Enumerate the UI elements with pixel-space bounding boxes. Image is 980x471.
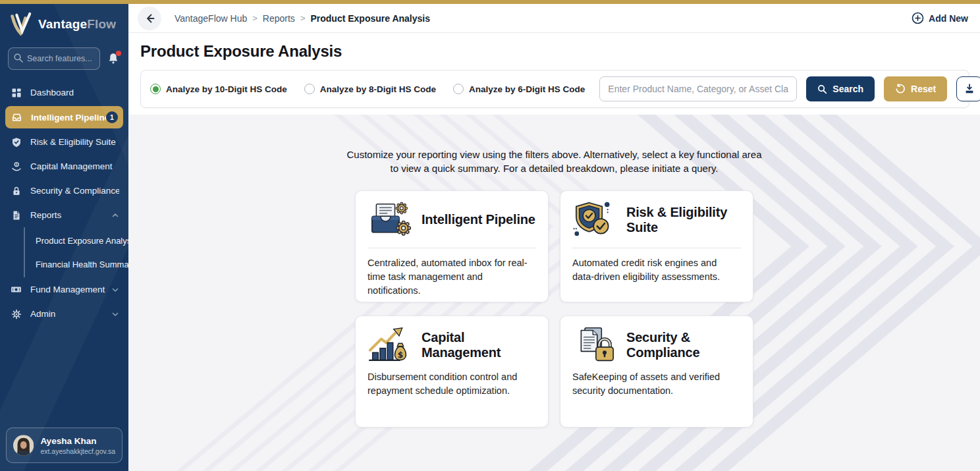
user-email: ext.ayeshakkjtecf.gov.sa bbox=[40, 447, 115, 455]
chevron-down-icon bbox=[111, 310, 119, 318]
product-query-input[interactable] bbox=[599, 76, 797, 101]
sidebar-subitem-product-exposure-analysis[interactable]: Product Exposure Analysis bbox=[25, 229, 128, 252]
summary-cards: Intelligent Pipeline Centralized, automa… bbox=[128, 190, 980, 428]
card-description: SafeKeeping of assets and verified secur… bbox=[572, 370, 741, 398]
search-icon bbox=[817, 84, 827, 94]
card-title: Intelligent Pipeline bbox=[422, 212, 535, 227]
document-padlock-icon bbox=[572, 325, 617, 365]
divider bbox=[368, 248, 536, 248]
inbox-icon bbox=[11, 112, 22, 123]
inbox-gears-icon bbox=[368, 200, 412, 240]
user-profile-card[interactable]: Ayesha Khan ext.ayeshakkjtecf.gov.sa bbox=[6, 428, 122, 463]
card-risk-eligibility-suite[interactable]: Risk & Eligibility Suite Automated credi… bbox=[560, 190, 753, 302]
avatar bbox=[13, 433, 34, 457]
card-description: Centralized, automated inbox for real-ti… bbox=[368, 256, 536, 298]
radio-8-digit[interactable]: Analyze by 8-Digit HS Code bbox=[304, 84, 436, 94]
notification-dot bbox=[116, 51, 121, 56]
shield-check-icon bbox=[11, 136, 22, 148]
sidebar-item-dashboard[interactable]: Dashboard bbox=[0, 80, 128, 105]
breadcrumb: VantageFlow Hub > Reports > Product Expo… bbox=[175, 13, 430, 24]
brand-logo[interactable]: VantageFlow bbox=[0, 4, 128, 43]
card-description: Automated credit risk engines and data-d… bbox=[572, 256, 741, 284]
sidebar-item-fund-management[interactable]: Fund Management bbox=[0, 277, 128, 302]
notifications-bell[interactable] bbox=[106, 51, 121, 66]
svg-text:$: $ bbox=[398, 350, 403, 360]
top-header: VantageFlow Hub > Reports > Product Expo… bbox=[128, 4, 980, 33]
undo-icon bbox=[895, 84, 906, 94]
chevron-up-icon bbox=[111, 211, 119, 219]
sidebar-item-intelligent-pipeline[interactable]: Intelligent Pipeline 1 bbox=[5, 106, 123, 128]
radio-icon bbox=[150, 84, 161, 94]
search-button[interactable]: Search bbox=[806, 76, 875, 101]
hs-code-radio-group: Analyze by 10-Digit HS Code Analyze by 8… bbox=[150, 84, 585, 94]
add-new-button[interactable]: Add New bbox=[912, 12, 968, 24]
growth-chart-moneybag-icon: $ bbox=[368, 325, 412, 365]
content-area: Customize your reporting view using the … bbox=[128, 115, 980, 471]
download-icon bbox=[964, 83, 975, 95]
card-title: Risk & Eligibility Suite bbox=[626, 205, 741, 235]
radio-icon bbox=[453, 84, 464, 94]
sidebar-item-capital-management[interactable]: Capital Management bbox=[0, 154, 128, 179]
radio-6-digit[interactable]: Analyze by 6-Digit HS Code bbox=[453, 84, 585, 94]
sidebar-search bbox=[8, 47, 100, 70]
app-window: VantageFlow bbox=[0, 0, 980, 471]
instruction-text: Customize your reporting view using the … bbox=[344, 148, 765, 176]
sidebar-item-reports[interactable]: Reports bbox=[0, 203, 128, 227]
filter-bar: Analyze by 10-Digit HS Code Analyze by 8… bbox=[140, 70, 969, 108]
sidebar: VantageFlow bbox=[0, 0, 128, 471]
page-top-section: Product Exposure Analysis Analyze by 10-… bbox=[128, 33, 980, 115]
shield-checks-icon bbox=[572, 200, 617, 240]
breadcrumb-current: Product Exposure Analysis bbox=[310, 13, 430, 24]
chevron-down-icon bbox=[111, 286, 119, 294]
card-description: Disbursement condition control and repay… bbox=[368, 370, 536, 398]
gear-icon bbox=[11, 308, 22, 319]
brand-name: VantageFlow bbox=[38, 17, 116, 32]
reports-subnav: Product Exposure Analysis Financial Heal… bbox=[24, 227, 128, 277]
page-title: Product Exposure Analysis bbox=[140, 42, 969, 61]
radio-10-digit[interactable]: Analyze by 10-Digit HS Code bbox=[150, 84, 287, 94]
divider bbox=[572, 248, 741, 248]
lock-icon bbox=[11, 185, 22, 196]
reset-button[interactable]: Reset bbox=[884, 76, 947, 101]
sidebar-item-admin[interactable]: Admin bbox=[0, 302, 128, 326]
card-title: Security & Compliance bbox=[626, 330, 741, 360]
plus-circle-icon bbox=[912, 12, 924, 24]
file-document-icon bbox=[11, 209, 22, 221]
card-capital-management[interactable]: $ Capital Management Disbursement condit… bbox=[355, 316, 549, 428]
banknote-icon bbox=[11, 284, 22, 295]
pipeline-count-badge: 1 bbox=[106, 111, 118, 123]
top-accent-bar bbox=[0, 0, 980, 4]
back-button[interactable] bbox=[138, 7, 161, 30]
search-icon bbox=[13, 53, 24, 63]
breadcrumb-reports[interactable]: Reports bbox=[263, 13, 295, 24]
vantageflow-logo-icon bbox=[8, 12, 33, 37]
card-intelligent-pipeline[interactable]: Intelligent Pipeline Centralized, automa… bbox=[355, 190, 549, 302]
hand-coin-icon bbox=[11, 161, 22, 172]
main-area: VantageFlow Hub > Reports > Product Expo… bbox=[128, 0, 980, 471]
card-title: Capital Management bbox=[422, 330, 536, 360]
user-name: Ayesha Khan bbox=[40, 435, 115, 447]
radio-icon bbox=[304, 84, 315, 94]
sidebar-item-risk-eligibility[interactable]: Risk & Eligibility Suite bbox=[0, 130, 128, 154]
breadcrumb-hub[interactable]: VantageFlow Hub bbox=[175, 13, 247, 24]
sidebar-nav: Dashboard Intelligent Pipeline 1 bbox=[0, 80, 128, 326]
back-arrow-icon bbox=[144, 13, 155, 24]
dashboard-grid-icon bbox=[11, 87, 22, 98]
download-button[interactable] bbox=[956, 76, 980, 101]
sidebar-subitem-financial-health-summaries[interactable]: Financial Health Summaries bbox=[25, 252, 128, 276]
card-security-compliance[interactable]: Security & Compliance SafeKeeping of ass… bbox=[560, 316, 753, 428]
sidebar-item-security-compliance[interactable]: Security & Compliance bbox=[0, 179, 128, 203]
